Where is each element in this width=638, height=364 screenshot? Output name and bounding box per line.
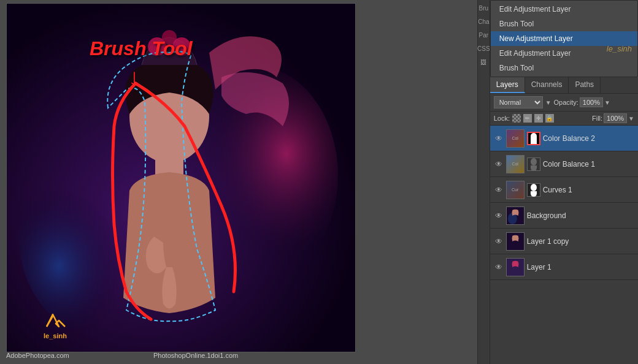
tab-paths[interactable]: Paths [569,77,601,93]
menu-watermark: le_sinh [607,44,632,53]
fill-row: Fill: ▼ [592,113,634,123]
layers-tabs: Layers Channels Paths [490,77,638,94]
layer-name-color-balance-2: Color Balance 2 [543,134,634,143]
thumb-curves-1: Cur [506,181,525,199]
watermark: le_sinh [44,311,68,339]
mask-color-balance-2[interactable] [527,132,540,145]
lock-brush-icon[interactable]: ✏ [523,114,532,123]
side-icon-bru[interactable]: Bru [479,3,488,13]
layer-name-layer-1-copy: Layer 1 copy [527,237,634,246]
lock-fill-row: Lock: ✏ ✛ 🔒 Fill: ▼ [490,112,638,126]
tab-layers[interactable]: Layers [490,77,525,93]
layer-name-color-balance-1: Color Balance 1 [543,160,634,169]
opacity-dropdown-icon: ▼ [604,99,610,106]
layer-name-layer-1: Layer 1 [527,263,634,271]
layer-name-background: Background [527,211,634,220]
menu-item-edit-adjustment-layer-top[interactable]: Edit Adjustment Layer [491,2,637,17]
svg-point-7 [172,37,191,56]
layers-list: 👁 Col Color Balance 2 👁 Col [490,126,638,364]
canvas-area: Brush Tool ↓ le_sinh AdobePhotopea.com P… [0,0,477,364]
opacity-row: Opacity: ▼ [554,97,610,107]
lock-padlock-icon[interactable]: 🔒 [545,114,554,123]
thumb-layer-1 [506,258,525,276]
eye-icon-curves-1[interactable]: 👁 [494,185,504,195]
opacity-input[interactable] [580,97,603,107]
bottom-left-url: AdobePhotopea.com [6,352,69,359]
eye-icon-layer-1[interactable]: 👁 [494,262,504,272]
canvas-image: Brush Tool ↓ le_sinh [6,3,356,352]
bottom-right-url: PhotoshopOnline.1doi1.com [153,352,238,359]
thumb-layer-1-copy [506,232,525,251]
layer-item-color-balance-2[interactable]: 👁 Col Color Balance 2 [490,126,638,151]
lock-move-icon[interactable]: ✛ [534,114,543,123]
side-icon-cha[interactable]: Cha [479,17,488,26]
right-panel: Edit Adjustment Layer Brush Tool New Adj… [490,0,638,364]
thumb-color-balance-1: Col [506,155,525,173]
svg-point-8 [531,158,537,165]
eye-icon-background[interactable]: 👁 [494,211,504,221]
eye-icon-color-balance-2[interactable]: 👁 [494,134,504,143]
dropdown-arrow-icon: ▼ [545,99,552,106]
fill-label: Fill: [592,115,602,122]
lock-checkerboard-icon[interactable] [512,114,521,123]
lock-label: Lock: [494,115,510,122]
blend-mode-select[interactable]: Normal [494,96,543,108]
side-icon-img[interactable]: 🖼 [479,57,488,67]
thumb-color-balance-2: Col [506,129,525,148]
layer-item-layer-1[interactable]: 👁 Layer 1 [490,254,638,280]
tab-channels[interactable]: Channels [525,77,569,93]
menu-item-brush-tool-bottom[interactable]: Brush Tool [491,61,637,75]
context-menu-list: Edit Adjustment Layer Brush Tool New Adj… [490,0,638,77]
opacity-label: Opacity: [554,99,578,106]
side-icon-css[interactable]: CSS [479,44,488,53]
eye-icon-layer-1-copy[interactable]: 👁 [494,237,504,246]
watermark-text: le_sinh [44,332,68,339]
context-menu: Edit Adjustment Layer Brush Tool New Adj… [490,0,638,77]
thumb-background [506,207,525,225]
mask-color-balance-1[interactable] [527,157,540,171]
layer-name-curves-1: Curves 1 [543,186,634,194]
fill-dropdown-icon: ▼ [628,115,634,122]
layer-item-background[interactable]: 👁 Background [490,203,638,229]
eye-icon-color-balance-1[interactable]: 👁 [494,159,504,169]
layer-item-curves-1[interactable]: 👁 Cur Curves 1 [490,177,638,203]
fill-input[interactable] [604,113,627,123]
side-icon-par[interactable]: Par [479,30,488,40]
layers-controls-row: Normal ▼ Opacity: ▼ [490,94,638,112]
layer-item-color-balance-1[interactable]: 👁 Col Color Balance 1 [490,151,638,177]
menu-item-brush-tool-top[interactable]: Brush Tool [491,17,637,31]
layers-panel: Layers Channels Paths Normal ▼ Opacity: … [490,77,638,364]
mask-curves-1[interactable] [527,183,540,197]
side-icons-panel: Bru Cha Par CSS 🖼 [477,0,490,364]
layer-item-layer-1-copy[interactable]: 👁 Layer 1 copy [490,229,638,254]
svg-point-9 [531,184,537,191]
